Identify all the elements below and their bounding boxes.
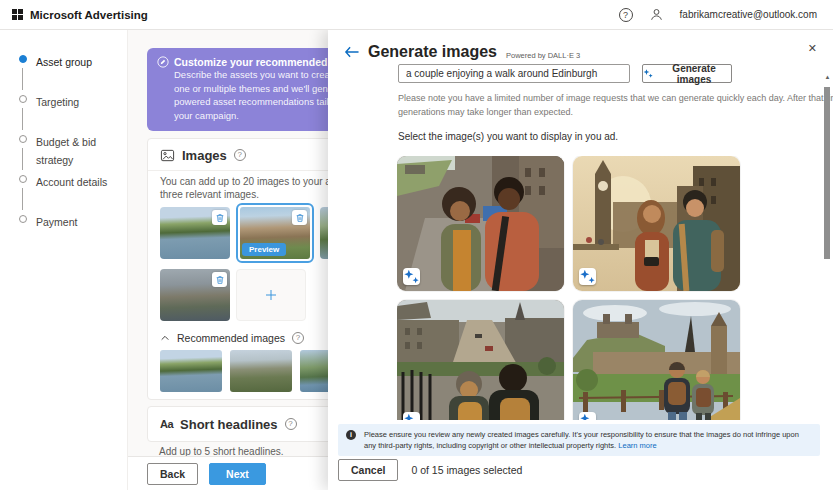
add-image-button[interactable] xyxy=(236,269,306,321)
images-help-icon[interactable]: ? xyxy=(234,149,246,161)
rate-limit-note: Please note you have a limited number of… xyxy=(398,91,833,119)
step-connector xyxy=(22,148,23,170)
step-dot xyxy=(19,175,27,183)
powered-by-label: Powered by DALL·E 3 xyxy=(506,51,580,60)
delete-image-button[interactable] xyxy=(212,210,227,225)
step-dot xyxy=(19,215,27,223)
scrollbar-thumb[interactable] xyxy=(824,87,830,259)
generated-image-2[interactable] xyxy=(573,156,740,291)
ai-generated-badge-icon xyxy=(403,412,420,420)
short-headlines-title: Short headlines xyxy=(180,417,278,432)
image-icon xyxy=(160,148,175,163)
ad-image-thumbnail-selected[interactable]: Preview xyxy=(236,203,314,263)
ad-image-thumbnail[interactable] xyxy=(160,269,230,321)
text-style-icon: Aa xyxy=(160,418,173,430)
short-headlines-help-icon[interactable]: ? xyxy=(285,418,297,430)
generated-image-4[interactable] xyxy=(573,300,740,420)
brand-label: Microsoft Advertising xyxy=(30,9,148,21)
generate-images-button[interactable]: Generate images xyxy=(642,64,732,83)
next-button[interactable]: Next xyxy=(209,463,266,485)
close-icon[interactable]: ✕ xyxy=(808,43,817,54)
generated-photo xyxy=(573,156,740,291)
generate-images-label: Generate images xyxy=(657,63,731,85)
cancel-button[interactable]: Cancel xyxy=(338,459,398,481)
stepper-item-budget-bid-strategy[interactable]: Budget & bid strategy xyxy=(0,132,127,172)
generate-images-panel: Generate images Powered by DALL·E 3 ✕ Ge… xyxy=(328,30,833,490)
sparkle-icon xyxy=(643,68,653,79)
panel-title: Generate images xyxy=(368,43,497,61)
step-dot xyxy=(19,95,27,103)
panel-footer: Cancel 0 of 15 images selected xyxy=(338,459,522,481)
stepper-item-account-details[interactable]: Account details xyxy=(0,172,127,212)
ai-generated-badge-icon xyxy=(579,268,596,285)
recommended-images-label: Recommended images xyxy=(177,332,285,344)
app-window: Microsoft Advertising ? fabrikamcreative… xyxy=(0,0,833,490)
step-dot-active xyxy=(19,55,27,63)
step-connector xyxy=(22,108,23,130)
generated-images-grid xyxy=(397,156,743,420)
learn-more-link[interactable]: Learn more xyxy=(618,441,656,450)
review-notice: i Please ensure you review any newly cre… xyxy=(338,424,820,456)
step-dot xyxy=(19,135,27,143)
back-arrow-icon[interactable] xyxy=(344,46,359,58)
notice-text: Please ensure you review any newly creat… xyxy=(364,430,799,450)
pen-circle-icon xyxy=(157,56,169,68)
plus-icon xyxy=(264,288,278,302)
help-icon[interactable]: ? xyxy=(619,8,633,22)
generated-photo xyxy=(397,300,564,420)
generated-image-1[interactable] xyxy=(397,156,564,291)
recommended-image-thumbnail[interactable] xyxy=(230,350,292,392)
generated-photo xyxy=(397,156,564,291)
top-bar: Microsoft Advertising ? fabrikamcreative… xyxy=(0,0,833,30)
generated-photo xyxy=(573,300,740,420)
back-button[interactable]: Back xyxy=(147,463,198,485)
info-icon: i xyxy=(346,430,356,440)
microsoft-logo-icon xyxy=(12,9,24,21)
recommended-image-thumbnail[interactable] xyxy=(160,350,222,392)
account-email[interactable]: fabrikamcreative@outlook.com xyxy=(680,9,817,20)
panel-scrollbar[interactable]: ▲ xyxy=(823,74,832,488)
stepper-item-asset-group[interactable]: Asset group xyxy=(0,52,127,92)
scrollbar-up-arrow-icon[interactable]: ▲ xyxy=(823,74,832,80)
campaign-stepper: Asset group Targeting Budget & bid strat… xyxy=(0,30,128,490)
stepper-item-payment[interactable]: Payment xyxy=(0,212,127,252)
select-instruction: Select the image(s) you want to display … xyxy=(398,131,618,142)
brand-home-link[interactable]: Microsoft Advertising xyxy=(12,9,148,21)
step-connector xyxy=(22,188,23,210)
ad-image-thumbnail[interactable] xyxy=(160,207,230,259)
prompt-input[interactable] xyxy=(398,64,630,83)
generated-image-3[interactable] xyxy=(397,300,564,420)
images-section-title: Images xyxy=(182,148,227,163)
recommended-images-help-icon[interactable]: ? xyxy=(292,332,304,344)
ai-generated-badge-icon xyxy=(579,412,596,420)
delete-image-button[interactable] xyxy=(212,272,227,287)
selection-status: 0 of 15 images selected xyxy=(411,464,522,476)
person-icon[interactable] xyxy=(649,7,664,22)
ai-generated-badge-icon xyxy=(403,268,420,285)
stepper-item-targeting[interactable]: Targeting xyxy=(0,92,127,132)
delete-image-button[interactable] xyxy=(292,210,307,225)
step-connector xyxy=(22,68,23,90)
chevron-up-icon[interactable] xyxy=(160,334,170,342)
preview-badge: Preview xyxy=(242,243,286,256)
